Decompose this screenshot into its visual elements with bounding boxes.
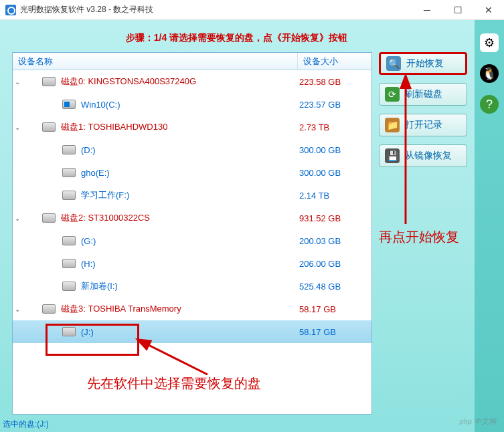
volume-icon [62,327,76,336]
volume-size: 206.00 GB [299,259,366,269]
volume-row[interactable]: 新加卷(I:) 525.48 GB [13,275,371,298]
volume-name: (D:) [81,145,299,155]
disk-name: 磁盘1: TOSHIBAHDWD130 [61,121,299,133]
expand-toggle[interactable]: ⌄ [13,215,22,222]
volume-size: 200.03 GB [299,236,366,246]
volume-name: 学习工作(F:) [81,189,299,201]
volume-name: Win10(C:) [81,100,299,110]
volume-row[interactable]: (J:) 58.17 GB [13,320,371,343]
image-icon: 💾 [385,148,400,163]
volume-row[interactable]: (G:) 200.03 GB [13,229,371,252]
annotation-text-right: 再点开始恢复 [379,227,459,246]
volume-icon [62,191,76,200]
volume-size: 300.00 GB [299,145,366,155]
volume-row[interactable]: Win10(C:) 223.57 GB [13,93,371,116]
disk-name: 磁盘0: KINGSTONSA400S37240G [61,76,299,88]
maximize-button[interactable]: ☐ [442,0,473,20]
volume-name: (G:) [81,236,299,246]
disk-name: 磁盘3: TOSHIBA TransMemory [61,303,299,315]
client-area: 步骤：1/4 请选择需要恢复的盘，点《开始恢复》按钮 设备名称 设备大小 ⌄ 磁… [0,20,504,432]
action-button-panel: 🔍 开始恢复 ⟳ 刷新磁盘 📁 打开记录 💾 从镜像恢复 [379,52,471,175]
disk-size: 931.52 GB [299,213,366,223]
disk-size: 2.73 TB [299,122,366,132]
volume-icon [62,236,76,245]
volume-row[interactable]: gho(E:) 300.00 GB [13,161,371,184]
refresh-icon: ⟳ [385,87,400,102]
disk-icon [42,213,56,223]
device-tree[interactable]: ⌄ 磁盘0: KINGSTONSA400S37240G 223.58 GB Wi… [13,70,371,414]
disk-icon [42,77,56,86]
volume-name: (H:) [81,259,299,269]
gear-icon[interactable]: ⚙ [480,33,499,52]
right-toolbar: ⚙ 🐧 ? [475,20,504,432]
volume-row[interactable]: (H:) 206.00 GB [13,252,371,275]
volume-size: 58.17 GB [299,327,366,337]
recover-from-image-button[interactable]: 💾 从镜像恢复 [379,144,467,167]
column-device-name[interactable]: 设备名称 [13,53,298,70]
button-label: 从镜像恢复 [405,150,452,162]
volume-row[interactable]: (D:) 300.00 GB [13,138,371,161]
volume-icon [62,168,76,177]
disk-size: 223.58 GB [299,77,366,87]
volume-size: 2.14 TB [299,191,366,201]
expand-toggle[interactable]: ⌄ [13,124,22,131]
expand-toggle[interactable]: ⌄ [13,78,22,86]
volume-row[interactable]: 学习工作(F:) 2.14 TB [13,184,371,207]
annotation-text-bottom: 先在软件中选择需要恢复的盘 [87,374,261,393]
button-label: 打开记录 [405,119,442,131]
expand-toggle[interactable]: ⌄ [13,306,22,313]
window-title: 光明数据恢复软件 v3.28 - 数之寻科技 [20,4,153,15]
disk-row[interactable]: ⌄ 磁盘1: TOSHIBAHDWD130 2.73 TB [13,116,371,138]
volume-size: 300.00 GB [299,168,366,178]
folder-icon: 📁 [385,118,400,132]
open-log-button[interactable]: 📁 打开记录 [379,114,467,136]
volume-icon [62,259,76,268]
start-recovery-button[interactable]: 🔍 开始恢复 [379,52,467,75]
step-header: 步骤：1/4 请选择需要恢复的盘，点《开始恢复》按钮 [0,32,473,44]
search-icon: 🔍 [386,56,401,71]
qq-icon[interactable]: 🐧 [480,64,499,83]
refresh-disk-button[interactable]: ⟳ 刷新磁盘 [379,83,467,106]
close-button[interactable]: ✕ [473,0,504,20]
volume-name: 新加卷(I:) [81,280,299,292]
app-icon [5,5,16,15]
disk-size: 58.17 GB [299,304,366,314]
disk-icon [42,304,56,314]
volume-icon [62,145,76,154]
volume-size: 223.57 GB [299,100,366,110]
button-label: 刷新磁盘 [405,88,442,100]
minimize-button[interactable]: ─ [412,0,442,20]
watermark: php 中文网 [460,417,496,427]
column-device-size[interactable]: 设备大小 [298,53,371,70]
volume-name: gho(E:) [81,168,299,178]
disk-row[interactable]: ⌄ 磁盘2: ST31000322CS 931.52 GB [13,207,371,229]
window-controls: ─ ☐ ✕ [412,0,504,20]
button-label: 开始恢复 [406,58,444,70]
disk-name: 磁盘2: ST31000322CS [61,212,299,224]
disk-row[interactable]: ⌄ 磁盘0: KINGSTONSA400S37240G 223.58 GB [13,70,371,93]
volume-name: (J:) [81,327,299,337]
device-tree-panel: 设备名称 设备大小 ⌄ 磁盘0: KINGSTONSA400S37240G 22… [12,52,372,415]
volume-icon [62,100,76,109]
volume-icon [62,282,76,291]
titlebar: 光明数据恢复软件 v3.28 - 数之寻科技 ─ ☐ ✕ [0,0,504,20]
volume-size: 525.48 GB [299,282,366,292]
disk-icon [42,122,56,132]
disk-row[interactable]: ⌄ 磁盘3: TOSHIBA TransMemory 58.17 GB [13,298,371,320]
help-icon[interactable]: ? [480,95,499,114]
statusbar: 选中的盘:(J:) [0,419,504,432]
table-header: 设备名称 设备大小 [13,53,371,70]
